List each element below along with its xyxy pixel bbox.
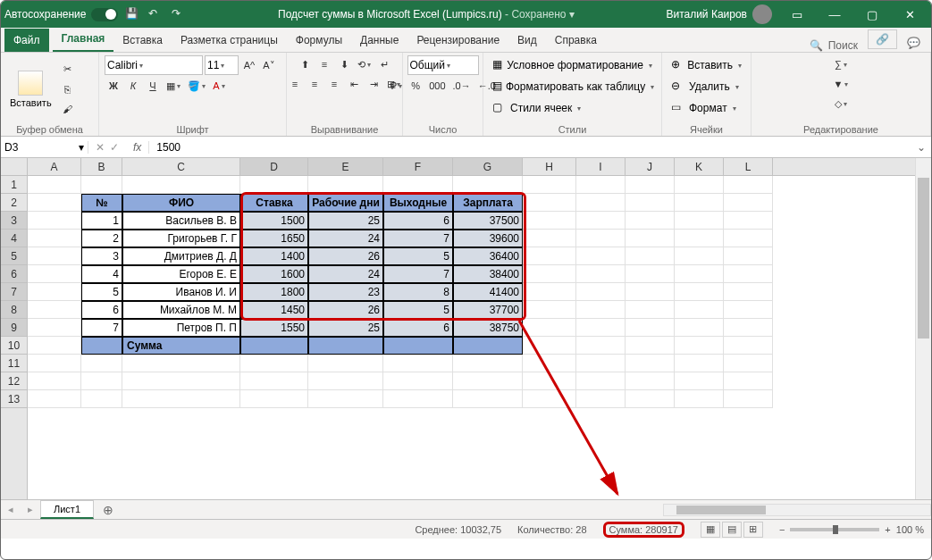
- row-header-5[interactable]: 5: [1, 247, 27, 265]
- cell[interactable]: [626, 212, 675, 230]
- cell[interactable]: [576, 212, 626, 230]
- cell[interactable]: [240, 176, 308, 194]
- table-cell[interactable]: 1500: [240, 212, 308, 230]
- cell[interactable]: [675, 247, 724, 265]
- cell[interactable]: [240, 390, 308, 408]
- cell[interactable]: [453, 176, 523, 194]
- cell[interactable]: [675, 372, 724, 390]
- sum-cell[interactable]: [308, 337, 383, 355]
- cell[interactable]: [626, 230, 675, 247]
- table-cell[interactable]: 1400: [240, 247, 308, 265]
- table-header[interactable]: ФИО: [122, 194, 240, 212]
- cell[interactable]: [576, 372, 626, 390]
- row-header-4[interactable]: 4: [1, 230, 27, 247]
- cell[interactable]: [122, 355, 240, 372]
- table-cell[interactable]: 1450: [240, 301, 308, 319]
- align-middle-button[interactable]: ≡: [315, 55, 333, 73]
- vertical-scrollbar[interactable]: [915, 158, 931, 499]
- table-cell[interactable]: 38750: [453, 319, 523, 337]
- tab-data[interactable]: Данные: [351, 29, 407, 52]
- format-cells-button[interactable]: ▭Формат▾: [668, 98, 745, 118]
- cell[interactable]: [383, 355, 453, 372]
- insert-cells-button[interactable]: ⊕Вставить▾: [668, 55, 745, 75]
- cell[interactable]: [28, 247, 81, 265]
- delete-cells-button[interactable]: ⊖Удалить▾: [668, 77, 745, 96]
- decrease-indent-button[interactable]: ⇤: [345, 75, 363, 93]
- table-cell[interactable]: 6: [383, 319, 453, 337]
- cell[interactable]: [523, 176, 576, 194]
- cell[interactable]: [724, 283, 773, 301]
- tab-file[interactable]: Файл: [4, 29, 49, 52]
- cell[interactable]: [626, 390, 675, 408]
- decrease-font-button[interactable]: A˅: [260, 56, 278, 74]
- comma-button[interactable]: 000: [426, 77, 448, 95]
- column-header-E[interactable]: E: [308, 158, 383, 175]
- cell[interactable]: [675, 390, 724, 408]
- cell[interactable]: [523, 301, 576, 319]
- add-sheet-button[interactable]: ⊕: [94, 503, 122, 517]
- tab-layout[interactable]: Разметка страницы: [172, 29, 287, 52]
- column-header-L[interactable]: L: [724, 158, 773, 175]
- cell[interactable]: [675, 176, 724, 194]
- table-cell[interactable]: Егоров Е. Е: [122, 265, 240, 283]
- cell[interactable]: [675, 283, 724, 301]
- cell[interactable]: [81, 390, 122, 408]
- table-cell[interactable]: 1600: [240, 265, 308, 283]
- tab-insert[interactable]: Вставка: [113, 29, 172, 52]
- cell[interactable]: [626, 372, 675, 390]
- row-header-11[interactable]: 11: [1, 355, 27, 372]
- maximize-button[interactable]: ▢: [854, 1, 890, 28]
- table-cell[interactable]: 1550: [240, 319, 308, 337]
- cell[interactable]: [28, 372, 81, 390]
- fx-icon[interactable]: fx: [126, 141, 149, 154]
- cell[interactable]: [675, 319, 724, 337]
- cell[interactable]: [523, 212, 576, 230]
- name-box[interactable]: D3▾: [1, 141, 88, 154]
- cell[interactable]: [122, 176, 240, 194]
- cell[interactable]: [576, 319, 626, 337]
- orientation-button[interactable]: ⟲▾: [355, 55, 374, 73]
- cell[interactable]: [308, 176, 383, 194]
- cell-styles-button[interactable]: ▢Стили ячеек▾: [489, 98, 656, 118]
- fill-color-button[interactable]: 🪣▾: [185, 77, 208, 95]
- view-page-layout-button[interactable]: ▤: [722, 522, 742, 538]
- cell[interactable]: [523, 337, 576, 355]
- cell[interactable]: [675, 212, 724, 230]
- cell[interactable]: [576, 390, 626, 408]
- table-cell[interactable]: 36400: [453, 247, 523, 265]
- table-cell[interactable]: 26: [308, 301, 383, 319]
- cell[interactable]: [675, 355, 724, 372]
- minimize-button[interactable]: —: [817, 1, 852, 28]
- cell[interactable]: [626, 194, 675, 212]
- horizontal-scrollbar[interactable]: [122, 504, 931, 516]
- cell[interactable]: [724, 230, 773, 247]
- cell[interactable]: [675, 194, 724, 212]
- table-cell[interactable]: 25: [308, 212, 383, 230]
- row-header-13[interactable]: 13: [1, 390, 27, 408]
- cell[interactable]: [724, 390, 773, 408]
- row-header-9[interactable]: 9: [1, 319, 27, 337]
- scroll-thumb[interactable]: [918, 178, 929, 339]
- column-header-K[interactable]: K: [675, 158, 724, 175]
- table-cell[interactable]: Васильев В. В: [122, 212, 240, 230]
- cell[interactable]: [523, 194, 576, 212]
- table-cell[interactable]: Иванов И. И: [122, 283, 240, 301]
- column-header-F[interactable]: F: [383, 158, 453, 175]
- cell[interactable]: [576, 176, 626, 194]
- cancel-formula-icon[interactable]: ✕: [96, 141, 105, 154]
- cell[interactable]: [724, 319, 773, 337]
- wrap-text-button[interactable]: ↵: [375, 55, 393, 73]
- underline-button[interactable]: Ч: [144, 77, 162, 95]
- border-button[interactable]: ▦▾: [164, 77, 183, 95]
- cell[interactable]: [626, 355, 675, 372]
- cell[interactable]: [28, 301, 81, 319]
- close-button[interactable]: ✕: [892, 1, 928, 28]
- table-cell[interactable]: 24: [308, 230, 383, 247]
- view-normal-button[interactable]: ▦: [701, 522, 720, 538]
- table-cell[interactable]: Дмитриев Д. Д: [122, 247, 240, 265]
- cell[interactable]: [308, 390, 383, 408]
- cell[interactable]: [453, 390, 523, 408]
- fill-button[interactable]: ▼▾: [831, 75, 852, 93]
- redo-icon[interactable]: ↷: [172, 7, 186, 21]
- cell[interactable]: [576, 247, 626, 265]
